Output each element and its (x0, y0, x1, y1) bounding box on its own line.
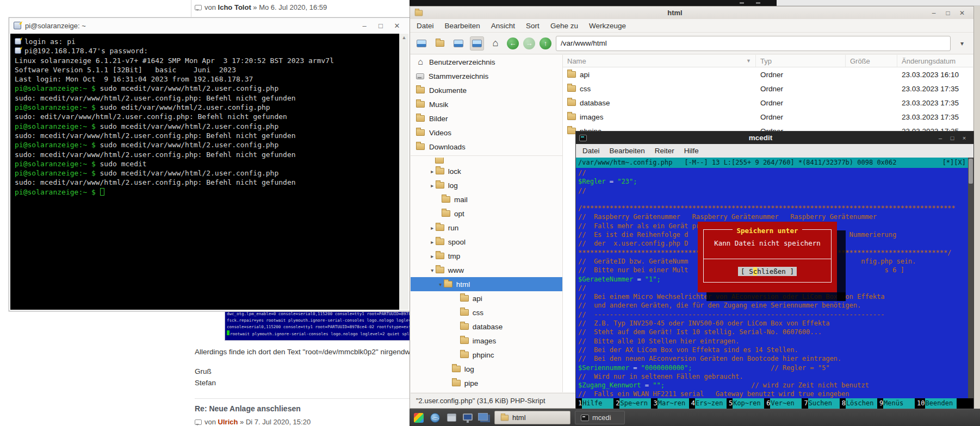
tree-item[interactable]: mail (411, 192, 562, 206)
minimize-button[interactable]: – (356, 22, 373, 30)
file-row[interactable]: images Ordner 23.03.2023 17:35 (563, 110, 973, 124)
mcedit-titlebar[interactable]: mcedit – □ × (576, 131, 973, 144)
maximize-button[interactable]: □ (941, 9, 955, 17)
tree-item[interactable]: images (411, 334, 562, 348)
new-window-button[interactable] (414, 36, 429, 51)
tree-item[interactable]: api (411, 291, 562, 305)
sidebar-item-videos[interactable]: Videos (411, 126, 562, 140)
back-button[interactable]: ← (507, 37, 519, 49)
tree-expander-icon[interactable]: ▸ (429, 225, 436, 231)
minimize-button[interactable]: – (934, 135, 946, 141)
app-menu-button[interactable] (413, 412, 425, 424)
taskbar-button-mcedit[interactable]: mcedi (575, 411, 625, 424)
tree-expander-icon[interactable]: ▾ (429, 267, 436, 273)
tree-item[interactable]: pipe (411, 376, 562, 390)
terminal-screen[interactable]: login as: pi pi@192.168.178.47's passwor… (10, 34, 399, 310)
close-button[interactable]: × (958, 135, 970, 141)
column-header-name[interactable]: Name▼ (563, 55, 756, 67)
function-key[interactable]: 7Suchen (802, 398, 839, 409)
browser-launcher[interactable] (429, 412, 441, 424)
tree-item[interactable]: opt (411, 206, 562, 221)
tree-item[interactable]: ▸lock (411, 164, 562, 178)
tree-item[interactable]: ▸run (411, 221, 562, 235)
post1-date: Mo 6. Jul 2020, 16:59 (259, 3, 327, 11)
sidebar-item-downloads[interactable]: Downloads (411, 140, 562, 154)
post2-title[interactable]: Re: Neue Anlage anschliesen (195, 404, 301, 413)
scrollbar-thumb[interactable] (969, 159, 973, 184)
menu-ansicht[interactable]: Ansicht (491, 22, 515, 30)
function-key[interactable]: 5Kop~ren (727, 398, 764, 409)
location-dropdown-icon[interactable]: ▾ (955, 40, 969, 47)
sidebar-item-musik[interactable]: Musik (411, 97, 562, 111)
file-manager-launcher[interactable] (445, 412, 457, 424)
tree-item[interactable]: ▸tmp (411, 249, 562, 263)
detail-view-button[interactable] (470, 36, 484, 51)
maximize-button[interactable]: □ (373, 22, 389, 30)
tree-item[interactable]: ▾html (411, 277, 562, 291)
function-key[interactable]: 4Ers~zen (689, 398, 727, 409)
sidebar-item-dokumente[interactable]: Dokumente (411, 83, 562, 97)
post2-author-link[interactable]: Ulrich (218, 418, 238, 426)
menu-gehezu[interactable]: Gehe zu (550, 22, 578, 30)
code-line: dwc_otg.lpm_enable=0 console=serial0,115… (227, 311, 408, 317)
fm-titlebar[interactable]: html – □ ✕ (410, 7, 973, 19)
menu-bearbeiten[interactable]: Bearbeiten (445, 22, 480, 30)
taskbar-button-fm[interactable]: html (494, 411, 570, 424)
menu-hilfe[interactable]: Hilfe (684, 147, 699, 155)
sidebar-item-root[interactable]: Stammverzeichnis (411, 69, 562, 83)
function-key[interactable]: 9Menüs (877, 398, 915, 409)
sidebar-item-home[interactable]: ⌂Benutzerverzeichnis (411, 55, 562, 69)
menu-bearbeiten[interactable]: Bearbeiten (610, 147, 645, 155)
file-row[interactable]: css Ordner 23.03.2023 17:35 (563, 82, 973, 96)
column-header-groesse[interactable]: Größe (846, 55, 897, 67)
mcedit-scrollbar[interactable] (968, 158, 973, 409)
function-key[interactable]: 1Hilfe (576, 398, 613, 409)
function-key[interactable]: 8Löschen (840, 398, 877, 409)
up-button[interactable]: ↑ (539, 37, 551, 49)
desktop-pager[interactable] (478, 412, 490, 424)
maximize-button[interactable]: □ (946, 135, 958, 141)
terminal-scrollbar[interactable]: ▲ (399, 34, 408, 310)
tree-item[interactable]: ▸log (411, 178, 562, 192)
new-tab-button[interactable] (433, 36, 447, 51)
column-header-datum[interactable]: Änderungsdatum (897, 55, 973, 67)
scroll-up-icon[interactable]: ▲ (400, 34, 408, 41)
post1-author-link[interactable]: Icho Tolot (218, 3, 251, 11)
function-key[interactable]: 10Beenden (915, 398, 956, 409)
tree-expander-icon[interactable]: ▸ (429, 183, 436, 189)
tree-expander-icon[interactable]: ▸ (429, 239, 436, 245)
tree-expander-icon[interactable]: ▸ (429, 253, 436, 259)
path-input[interactable] (556, 36, 951, 51)
putty-titlebar[interactable]: pi@solaranzeige: ~ – □ ✕ (9, 18, 410, 33)
menu-sort[interactable]: Sort (526, 22, 539, 30)
minimize-button[interactable]: – (927, 9, 941, 17)
file-row[interactable]: database Ordner 23.03.2023 17:35 (563, 96, 973, 110)
tree-item[interactable]: css (411, 305, 562, 320)
function-key[interactable]: 6Ver~en (764, 398, 802, 409)
tree-item[interactable]: phpinc (411, 348, 562, 362)
column-header-typ[interactable]: Typ (756, 55, 846, 67)
close-button[interactable]: ✕ (955, 9, 969, 17)
tree-item[interactable]: ▸spool (411, 235, 562, 249)
icon-view-button[interactable] (451, 36, 466, 51)
sidebar-item-bilder[interactable]: Bilder (411, 111, 562, 126)
terminal-launcher[interactable] (462, 412, 474, 424)
file-row[interactable]: api Ordner 23.03.2023 16:10 (563, 67, 973, 82)
tree-item[interactable]: ▾www (411, 263, 562, 277)
menu-werkzeuge[interactable]: Werkzeuge (589, 22, 626, 30)
tree-expander-icon[interactable]: ▸ (429, 168, 436, 174)
post2-date: Di 7. Jul 2020, 15:20 (246, 418, 311, 426)
close-dialog-button[interactable]: [ Schließen ] (738, 267, 797, 276)
menu-reiter[interactable]: Reiter (655, 147, 674, 155)
menu-datei[interactable]: Datei (417, 22, 434, 30)
function-key[interactable]: 2Spe~ern (613, 398, 651, 409)
terminal-line: pi@solaranzeige:~ $ sudo mcedit/var/www/… (15, 122, 398, 131)
home-button[interactable]: ⌂ (488, 36, 503, 51)
code-cursor (227, 330, 230, 335)
tree-expander-icon[interactable]: ▾ (437, 281, 444, 287)
menu-datei[interactable]: Datei (582, 147, 600, 155)
function-key[interactable]: 3Mar~ren (651, 398, 689, 409)
tree-item[interactable]: log (411, 362, 562, 376)
tree-item[interactable]: database (411, 320, 562, 334)
close-button[interactable]: ✕ (389, 22, 405, 30)
